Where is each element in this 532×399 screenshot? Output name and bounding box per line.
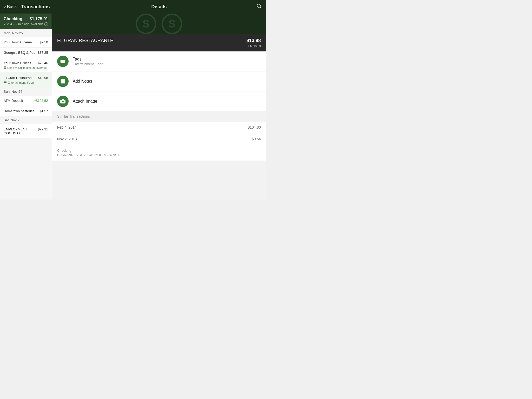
transaction-group-sat-nov23: EMPLOYMENT GOODS O... $29.31 bbox=[0, 124, 52, 138]
transaction-name: Hometown pasteries bbox=[4, 109, 39, 113]
transaction-amount: $1.57 bbox=[39, 109, 48, 113]
svg-line-1 bbox=[260, 7, 261, 8]
transaction-note: ☷ Need to call to dispute overage. bbox=[4, 66, 48, 69]
svg-point-8 bbox=[62, 101, 64, 102]
tag-icon bbox=[4, 81, 7, 84]
date-header-sun-nov24: Sun, Nov 24 bbox=[0, 88, 52, 96]
tags-row[interactable]: Tags Entertainment, Food bbox=[52, 51, 266, 71]
transaction-amount: $37.25 bbox=[38, 51, 48, 55]
date-header-sat-nov23: Sat, Nov 23 bbox=[0, 116, 52, 124]
transaction-item-atm[interactable]: ATM Deposit +$128.52 bbox=[0, 96, 52, 106]
add-notes-label: Add Notes bbox=[73, 79, 92, 84]
back-chevron-icon: ‹ bbox=[4, 4, 6, 10]
transaction-amount: $29.31 bbox=[38, 127, 48, 131]
transaction-item-utilities[interactable]: Your Town Utilities $76.46 ☷ Need to cal… bbox=[0, 58, 52, 73]
transaction-name: Your Town Cinema bbox=[4, 40, 39, 44]
details-actions-section: Tags Entertainment, Food Add Notes bbox=[52, 51, 266, 111]
account-available: Available i bbox=[31, 22, 48, 26]
transaction-item-employment[interactable]: EMPLOYMENT GOODS O... $29.31 bbox=[0, 124, 52, 138]
tags-label: Tags bbox=[73, 57, 103, 62]
attach-image-label: Attach Image bbox=[73, 99, 97, 104]
transaction-name: EMPLOYMENT GOODS O... bbox=[4, 127, 38, 135]
tag-text: Entertainment, Food bbox=[8, 81, 34, 84]
transaction-name: ATM Deposit bbox=[4, 99, 34, 103]
details-amount: $13.98 bbox=[247, 38, 261, 43]
svg-rect-2 bbox=[4, 82, 6, 83]
account-name: Checking bbox=[4, 17, 22, 21]
add-notes-row[interactable]: Add Notes bbox=[52, 71, 266, 91]
dollar-background: $ $ bbox=[136, 14, 182, 34]
details-date: 11/25/18 bbox=[247, 44, 261, 48]
tags-content: Tags Entertainment, Food bbox=[73, 57, 103, 66]
tags-icon bbox=[60, 58, 66, 64]
details-panel: $ $ EL GRAN RESTAURANTE $13.98 11/25/18 bbox=[52, 14, 266, 200]
notes-icon-circle bbox=[57, 76, 69, 87]
transaction-group-mon-nov25: Your Town Cinema $7.50 George's BBQ & Pu… bbox=[0, 37, 52, 88]
camera-icon-circle bbox=[57, 96, 69, 107]
camera-icon bbox=[60, 98, 66, 104]
main-content: Checking $1,175.01 x1234 – 2 min ago Ava… bbox=[0, 14, 266, 200]
svg-point-0 bbox=[257, 4, 261, 8]
tags-icon-circle bbox=[57, 56, 69, 67]
dollar-icon-left: $ bbox=[136, 14, 156, 34]
note-text: Need to call to dispute overage. bbox=[7, 66, 48, 69]
tags-value: Entertainment, Food bbox=[73, 62, 103, 66]
details-merchant: EL GRAN RESTAURANTE bbox=[57, 38, 113, 43]
transaction-item-restaurant[interactable]: El Gran Restaurante $13.98 Entertainment… bbox=[0, 73, 52, 88]
transactions-title: Transactions bbox=[21, 4, 50, 10]
details-nav-title: Details bbox=[151, 4, 167, 10]
details-hero: $ $ bbox=[52, 14, 266, 34]
account-header[interactable]: Checking $1,175.01 x1234 – 2 min ago Ava… bbox=[0, 14, 52, 29]
transaction-amount: +$128.52 bbox=[34, 99, 48, 103]
similar-date-0: Feb 4, 2014 bbox=[57, 125, 77, 129]
account-meta: x1234 – 2 min ago bbox=[4, 22, 29, 26]
account-balance: $1,175.01 bbox=[30, 17, 48, 21]
details-title-bar: EL GRAN RESTAURANTE $13.98 11/25/18 bbox=[52, 34, 266, 51]
transaction-amount: $76.46 bbox=[38, 61, 48, 65]
notes-icon bbox=[60, 78, 66, 84]
transaction-item-pasteries[interactable]: Hometown pasteries $1.57 bbox=[0, 106, 52, 116]
transaction-group-sun-nov24: ATM Deposit +$128.52 Hometown pasteries … bbox=[0, 96, 52, 116]
account-ref-value: ELGRANREST#1298461YOURTOWNST bbox=[57, 153, 261, 157]
similar-transactions-header: Similar Transactions bbox=[52, 111, 266, 122]
similar-transactions-section: Feb 4, 2014 $104.80 Nov 2, 2013 $9.54 bbox=[52, 122, 266, 145]
back-label: Back bbox=[7, 4, 17, 9]
search-button[interactable] bbox=[256, 3, 262, 10]
date-header-mon-nov25: Mon, Nov 25 bbox=[0, 29, 52, 37]
similar-date-1: Nov 2, 2013 bbox=[57, 137, 77, 141]
transaction-name: Your Town Utilities bbox=[4, 61, 38, 65]
details-amount-section: $13.98 11/25/18 bbox=[247, 38, 261, 48]
transactions-panel: Checking $1,175.01 x1234 – 2 min ago Ava… bbox=[0, 14, 52, 200]
transaction-item-bbq[interactable]: George's BBQ & Pub $37.25 bbox=[0, 48, 52, 58]
account-ref-label: Checking bbox=[57, 149, 261, 152]
transaction-tag: Entertainment, Food bbox=[4, 81, 48, 84]
attach-image-row[interactable]: Attach Image bbox=[52, 91, 266, 111]
transaction-amount: $7.50 bbox=[39, 40, 48, 44]
back-button[interactable]: ‹ Back bbox=[4, 4, 17, 10]
similar-transaction-0[interactable]: Feb 4, 2014 $104.80 bbox=[52, 122, 266, 133]
note-icon: ☷ bbox=[4, 66, 6, 69]
transaction-item-cinema[interactable]: Your Town Cinema $7.50 bbox=[0, 37, 52, 48]
similar-amount-0: $104.80 bbox=[248, 125, 261, 129]
transaction-name: El Gran Restaurante bbox=[4, 76, 38, 80]
svg-rect-3 bbox=[61, 60, 65, 63]
account-reference-section: Checking ELGRANREST#1298461YOURTOWNST bbox=[52, 145, 266, 161]
transaction-amount: $13.98 bbox=[38, 76, 48, 80]
transaction-name: George's BBQ & Pub bbox=[4, 51, 38, 55]
similar-transaction-1[interactable]: Nov 2, 2013 $9.54 bbox=[52, 133, 266, 145]
top-navigation: ‹ Back Transactions Details bbox=[0, 0, 266, 14]
dollar-icon-right: $ bbox=[162, 14, 182, 34]
info-icon[interactable]: i bbox=[44, 22, 48, 26]
similar-amount-1: $9.54 bbox=[252, 137, 261, 141]
